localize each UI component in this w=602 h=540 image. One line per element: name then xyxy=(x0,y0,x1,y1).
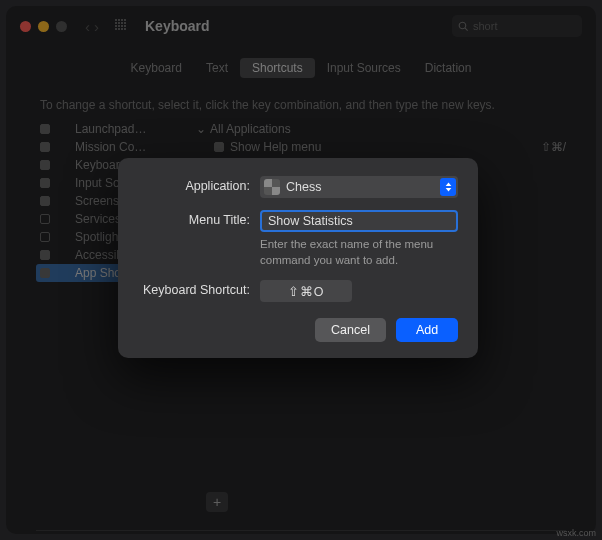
tab-text[interactable]: Text xyxy=(194,58,240,78)
application-value: Chess xyxy=(286,180,321,194)
group-all-applications[interactable]: ⌄All Applications xyxy=(196,120,566,138)
back-icon[interactable]: ‹ xyxy=(85,18,90,35)
tabs: Keyboard Text Shortcuts Input Sources Di… xyxy=(6,58,596,78)
add-button[interactable]: Add xyxy=(396,318,458,342)
instructions-text: To change a shortcut, select it, click t… xyxy=(40,98,596,112)
watermark: wsxk.com xyxy=(556,528,596,538)
titlebar: ‹ › Keyboard short xyxy=(6,6,596,46)
traffic-lights xyxy=(20,21,67,32)
list-item[interactable]: Show Help menu ⇧⌘/ xyxy=(196,138,566,156)
search-icon xyxy=(458,21,469,32)
select-arrows-icon xyxy=(440,178,456,196)
sidebar-item-mission-control[interactable]: Mission Co… xyxy=(36,138,196,156)
forward-icon: › xyxy=(94,18,99,35)
show-all-icon[interactable] xyxy=(115,19,129,33)
chevron-down-icon: ⌄ xyxy=(196,122,206,136)
maximize-icon xyxy=(56,21,67,32)
tab-shortcuts[interactable]: Shortcuts xyxy=(240,58,315,78)
application-label: Application: xyxy=(138,176,260,193)
menu-title-input[interactable]: Show Statistics xyxy=(260,210,458,232)
application-select[interactable]: Chess xyxy=(260,176,458,198)
minimize-icon[interactable] xyxy=(38,21,49,32)
tab-keyboard[interactable]: Keyboard xyxy=(119,58,194,78)
checkbox-icon[interactable] xyxy=(214,142,224,152)
keyboard-shortcut-input[interactable]: ⇧⌘O xyxy=(260,280,352,302)
nav-arrows: ‹ › xyxy=(85,18,99,35)
add-shortcut-sheet: Application: Chess Menu Title: Show Stat… xyxy=(118,158,478,358)
chess-app-icon xyxy=(264,179,280,195)
cancel-button[interactable]: Cancel xyxy=(315,318,386,342)
search-input[interactable]: short xyxy=(452,15,582,37)
add-button[interactable]: + xyxy=(206,492,228,512)
menu-title-hint: Enter the exact name of the menu command… xyxy=(260,237,458,268)
keyboard-shortcut-label: Keyboard Shortcut: xyxy=(138,280,260,297)
window-title: Keyboard xyxy=(145,18,210,34)
tab-dictation[interactable]: Dictation xyxy=(413,58,484,78)
shortcut-value[interactable]: ⇧⌘/ xyxy=(541,140,566,154)
tab-input-sources[interactable]: Input Sources xyxy=(315,58,413,78)
close-icon[interactable] xyxy=(20,21,31,32)
divider xyxy=(36,530,566,531)
search-text: short xyxy=(473,20,497,32)
menu-title-label: Menu Title: xyxy=(138,210,260,227)
sidebar-item-launchpad[interactable]: Launchpad… xyxy=(36,120,196,138)
